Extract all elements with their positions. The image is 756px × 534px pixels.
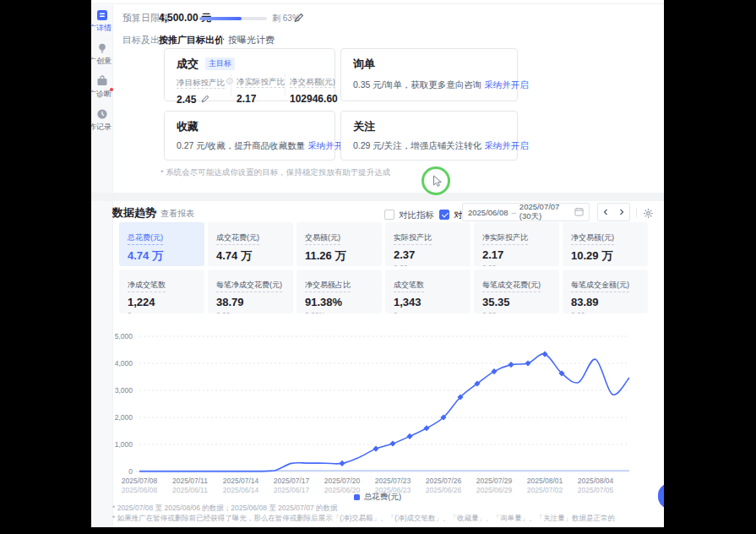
footnote-date-range: * 2025/07/08 至 2025/08/06 的数据；2025/06/08… (112, 504, 338, 514)
goal-card-favorite-title: 收藏 (177, 119, 199, 134)
metric-card-11[interactable]: 每笔成交金额(元)83.890.00 (563, 270, 648, 313)
date-range-input[interactable]: 2025/06/08 – 2025/07/07 (30天) (462, 203, 590, 221)
chart-canvas: 01,0002,0003,0004,0005,0002025/07/082025… (91, 321, 664, 500)
trend-title: 数据趋势 (112, 205, 156, 221)
goal-card-deal-title: 成交 (177, 57, 199, 72)
trend-line-chart: 01,0002,0003,0004,0005,0002025/07/082025… (91, 321, 664, 500)
doc-icon (96, 9, 108, 21)
deal-metric-target-roi: 净目标投产比 2.45 (177, 73, 233, 106)
compare-metric-checkbox[interactable]: 对比指标 (384, 206, 434, 221)
x-tick-label: 2025/07/29 (476, 477, 513, 485)
y-tick-label: 3,000 (115, 386, 133, 395)
chart-settings-gear-icon[interactable] (643, 207, 654, 222)
sidebar-item-0[interactable]: 推广详情 (91, 5, 112, 38)
goal-note: * 系统会尽可能达成你设置的目标，保持稳定投放有助于提升达成 (160, 167, 390, 178)
metric-card-5[interactable]: 净交易额(元)10.29 万0.00 (563, 222, 648, 266)
series-line-总花费(元) (139, 354, 629, 471)
y-tick-label: 2,000 (115, 413, 133, 422)
x-tick-label: 2025/08/01 (527, 477, 563, 485)
data-point-marker (406, 433, 412, 439)
chart-legend[interactable]: 总花费(元) (91, 492, 664, 503)
budget-progress-bar (199, 17, 267, 20)
data-point-marker (525, 360, 530, 366)
data-point-marker (541, 351, 547, 357)
metric-card-3[interactable]: 实际投产比2.370.00 (385, 222, 470, 266)
sidebar-item-1[interactable]: 推广创意 (91, 38, 112, 71)
metric-card-6[interactable]: 净成交笔数1,2240 (119, 270, 204, 313)
metric-card-1[interactable]: 成交花费(元)4.74 万0.00 (208, 222, 293, 266)
x-tick-label: 2025/07/14 (223, 477, 259, 485)
y-tick-label: 4,000 (115, 359, 133, 368)
metric-card-8[interactable]: 净交易额占比91.38%0.00% (296, 270, 382, 313)
data-point-marker (339, 460, 345, 466)
metric-card-0[interactable]: 总花费(元)4.74 万0.00 (119, 222, 204, 266)
goal-card-favorite: 收藏 0.27 元/收藏，提升商品收藏数量 采纳并开启 (164, 111, 335, 161)
x-tick-label: 2025/07/17 (274, 477, 310, 485)
data-point-marker (389, 441, 395, 447)
legend-label: 总花费(元) (364, 492, 401, 503)
sidebar-item-3[interactable]: 操作记录 (91, 104, 112, 137)
data-point-marker (491, 368, 497, 374)
edit-budget-icon[interactable] (294, 11, 304, 26)
calendar-icon (574, 207, 584, 218)
top-divider (91, 0, 664, 4)
goal-card-follow: 关注 0.29 元/关注，增强店铺关注转化 采纳并开启 (340, 111, 518, 161)
y-tick-label: 0 (128, 467, 133, 476)
tab-divider (222, 35, 223, 44)
metric-card-2[interactable]: 交易额(元)11.26 万0.00 (296, 222, 382, 266)
metric-card-10[interactable]: 每笔成交花费(元)35.350.00 (474, 270, 559, 313)
tab-bid-by-impression[interactable]: 按曝光计费 (228, 34, 275, 46)
prev-period-button[interactable] (597, 203, 614, 221)
metric-card-grid: 总花费(元)4.74 万0.00成交花费(元)4.74 万0.00交易额(元)1… (119, 222, 648, 313)
data-point-marker (423, 425, 429, 431)
adopt-enable-link-inquiry[interactable]: 采纳并开启 (484, 79, 529, 90)
edit-roi-icon[interactable] (201, 94, 209, 106)
y-tick-label: 1,000 (115, 440, 133, 449)
data-point-marker (373, 446, 378, 452)
goal-card-inquiry-title: 询单 (353, 57, 375, 72)
x-tick-label: 2025/07/23 (375, 477, 411, 485)
next-period-button[interactable] (613, 203, 630, 221)
metric-card-4[interactable]: 净实际投产比2.170.00 (474, 222, 559, 266)
bulb-icon (96, 42, 108, 54)
deal-metric-net-gmv: 净交易额(元) 102946.60 (290, 73, 338, 105)
app-window: 推广详情推广创意推广诊断操作记录 预算日限额: 4,500.00 元 剩 63%… (91, 0, 664, 527)
x-tick-label: 2025/08/04 (578, 477, 614, 485)
main-goal-badge: 主目标 (205, 57, 235, 70)
kit-icon (96, 75, 108, 87)
goal-card-follow-title: 关注 (353, 119, 375, 134)
view-report-link[interactable]: 查看报表 (160, 208, 194, 220)
metric-card-7[interactable]: 每笔净成交花费(元)38.790.00 (208, 270, 293, 313)
sidebar-item-2[interactable]: 推广诊断 (91, 71, 112, 104)
x-tick-label: 2025/07/08 (122, 477, 158, 485)
x-tick-label: 2025/07/26 (426, 477, 462, 485)
goal-card-deal: 成交 主目标 净目标投产比 2.45 净实际投产比 2.17 净交易额(元) 1… (164, 48, 335, 101)
footnote-disclaimer: * 如果推广在暂停或删除前已经获得了曝光，那么在暂停或删除后展示「(净)交易额」… (112, 514, 615, 524)
metric-card-9[interactable]: 成交笔数1,3430 (385, 270, 470, 313)
deal-metric-actual-roi: 净实际投产比 2.17 (237, 73, 285, 105)
info-icon[interactable] (226, 73, 233, 87)
notification-dot (110, 88, 113, 91)
x-tick-label: 2025/07/20 (324, 477, 361, 485)
data-point-marker (508, 362, 514, 368)
clock-icon (96, 108, 108, 120)
adopt-enable-link-follow[interactable]: 采纳并开启 (484, 140, 529, 150)
tab-bid-by-goal[interactable]: 按推广目标出价 (159, 34, 224, 46)
section-separator (91, 193, 664, 201)
goal-card-inquiry: 询单 0.35 元/询单，获取更多意向咨询 采纳并开启 (340, 48, 518, 101)
legend-swatch-total-spend (354, 494, 360, 500)
x-tick-label: 2025/07/11 (172, 477, 208, 485)
mouse-cursor-icon (432, 175, 443, 191)
y-tick-label: 5,000 (115, 332, 133, 341)
